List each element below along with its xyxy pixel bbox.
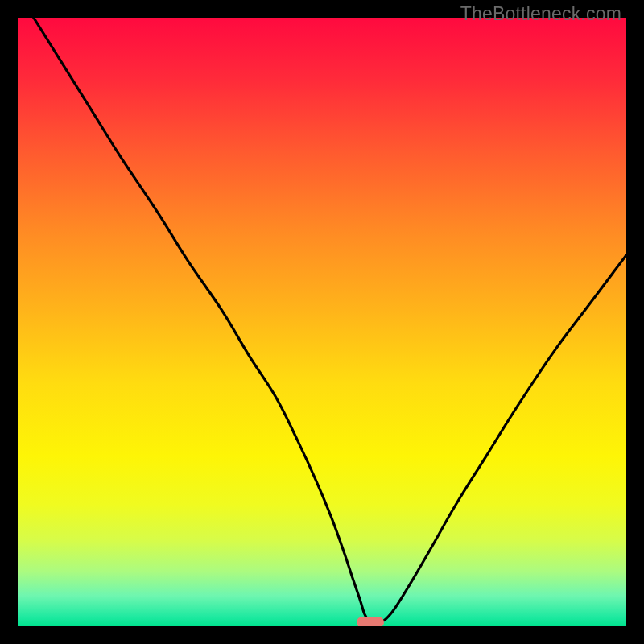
chart-frame: TheBottleneck.com: [0, 0, 644, 644]
optimal-marker: [357, 617, 384, 626]
watermark-text: TheBottleneck.com: [460, 3, 621, 25]
bottleneck-curve: [18, 18, 626, 626]
plot-area: [18, 18, 626, 626]
